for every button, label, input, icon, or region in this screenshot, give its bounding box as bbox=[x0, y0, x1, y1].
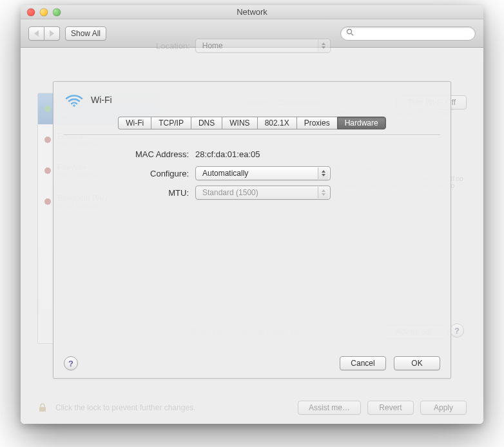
show-all-button[interactable]: Show All bbox=[65, 26, 106, 41]
search-input[interactable] bbox=[358, 29, 470, 38]
toolbar: Show All bbox=[21, 19, 483, 48]
mtu-select: Standard (1500) bbox=[195, 185, 331, 200]
mac-address-label: MAC Address: bbox=[66, 149, 189, 159]
configure-value: Automatically bbox=[202, 169, 248, 178]
ok-button[interactable]: OK bbox=[394, 356, 440, 370]
svg-point-3 bbox=[73, 104, 75, 107]
svg-point-0 bbox=[347, 30, 352, 34]
search-field[interactable] bbox=[340, 26, 476, 41]
wifi-icon bbox=[64, 90, 84, 110]
stepper-arrows-icon bbox=[318, 167, 329, 179]
mac-address-value: 28:cf:da:01:ea:05 bbox=[195, 149, 260, 159]
tab-hardware[interactable]: Hardware bbox=[337, 117, 386, 129]
tab-tcpip[interactable]: TCP/IP bbox=[151, 117, 191, 129]
hardware-tab-content: MAC Address: 28:cf:da:01:ea:05 Configure… bbox=[53, 135, 451, 211]
mtu-label: MTU: bbox=[66, 188, 189, 198]
search-icon bbox=[346, 28, 354, 38]
tab-8021x[interactable]: 802.1X bbox=[257, 117, 296, 129]
configure-select[interactable]: Automatically bbox=[195, 166, 331, 180]
svg-rect-2 bbox=[39, 407, 46, 412]
titlebar: Network bbox=[21, 5, 483, 19]
tab-wins[interactable]: WINS bbox=[222, 117, 257, 129]
cancel-button[interactable]: Cancel bbox=[340, 356, 386, 370]
tab-proxies[interactable]: Proxies bbox=[296, 117, 337, 129]
configure-label: Configure: bbox=[66, 169, 189, 178]
mtu-value: Standard (1500) bbox=[202, 188, 258, 197]
window-title: Network bbox=[21, 7, 483, 17]
svg-line-1 bbox=[351, 33, 353, 35]
forward-button[interactable] bbox=[44, 26, 60, 41]
help-button[interactable]: ? bbox=[64, 356, 78, 370]
back-button[interactable] bbox=[28, 26, 44, 41]
sheet-interface-name: Wi-Fi bbox=[91, 95, 112, 105]
tab-wifi[interactable]: Wi-Fi bbox=[118, 117, 151, 129]
advanced-sheet: Wi-Fi Wi-Fi TCP/IP DNS WINS 802.1X Proxi… bbox=[53, 81, 451, 379]
lock-icon bbox=[37, 403, 48, 413]
stepper-arrows-icon bbox=[318, 187, 329, 198]
tab-bar: Wi-Fi TCP/IP DNS WINS 802.1X Proxies Har… bbox=[118, 117, 385, 129]
tab-dns[interactable]: DNS bbox=[191, 117, 222, 129]
network-prefs-window: Network Show All Location: Home Wi-FiCon… bbox=[21, 5, 483, 424]
